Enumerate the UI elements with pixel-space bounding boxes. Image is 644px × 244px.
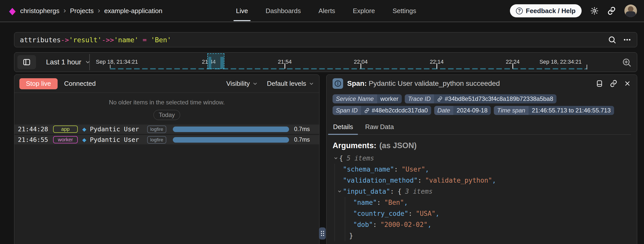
breadcrumb-org[interactable]: christophergs (20, 7, 59, 15)
main-nav-tabs: Live Dashboards Alerts Explore Settings (236, 0, 416, 22)
json-nested-block: "name":"Ben", "country_code":"USA", "dob… (345, 197, 631, 241)
arguments-suffix: (as JSON) (379, 141, 417, 150)
user-avatar[interactable] (624, 5, 637, 17)
timeline-track[interactable]: Sep 18, 21:34:21 Sep 18, 22:34:21 21:44 … (95, 53, 617, 72)
time-range-selector[interactable]: Last 1 hour (46, 53, 91, 72)
close-icon[interactable] (624, 80, 631, 87)
timeline-zoom-in-icon[interactable] (621, 57, 632, 68)
chevron-down-icon (85, 59, 91, 65)
collapse-chevron-icon[interactable] (336, 189, 343, 194)
query-value: 'Ben' (151, 36, 171, 44)
visibility-dropdown[interactable]: Visibility (226, 80, 258, 88)
span-duration-bar (173, 137, 289, 143)
live-view-header: Stop live Connected Visibility Default l… (14, 75, 319, 93)
json-object-line: "input_data":{ 3 items (343, 186, 631, 197)
breadcrumb-project-name[interactable]: example-application (104, 7, 162, 15)
tab-details[interactable]: Details (333, 120, 353, 134)
json-value: "USA" (416, 208, 435, 219)
json-close-line: } (353, 230, 631, 241)
top-navbar: ◆ christophergs › Projects › example-app… (0, 0, 644, 22)
logfire-logo-icon[interactable]: ◆ (9, 6, 16, 16)
log-rows: 21:44:28 app ◆ Pydantic User logfire 0.7… (14, 125, 319, 144)
timeline-divider (89, 54, 90, 70)
span-detail-panel: Span: Pydantic User validate_python succ… (326, 74, 637, 244)
badge-value: worker (377, 94, 402, 103)
nav-right: ? Feedback / Help (510, 0, 637, 22)
feedback-help-label: Feedback / Help (526, 7, 576, 15)
json-value: "2000-02-02" (380, 219, 428, 230)
timeline-bar: Last 1 hour Sep 18, 21:34:21 Sep 18, 22:… (14, 52, 637, 72)
tab-live[interactable]: Live (236, 0, 248, 22)
span-label: Span: (347, 79, 367, 87)
feedback-help-button[interactable]: ? Feedback / Help (510, 4, 582, 17)
share-link-icon[interactable] (607, 7, 616, 15)
badge-label: Trace ID (405, 94, 434, 103)
badge-label: Service Name (333, 94, 377, 103)
nav-left: ◆ christophergs › Projects › example-app… (9, 0, 162, 22)
service-name-badge: Service Name worker (333, 94, 402, 103)
link-icon (364, 108, 370, 113)
breadcrumb-separator: › (98, 6, 100, 15)
query-equals: = (138, 36, 151, 44)
connection-status: Connected (64, 80, 96, 88)
json-colon: : (390, 186, 394, 197)
log-row[interactable]: 21:44:28 app ◆ Pydantic User logfire 0.7… (14, 125, 319, 134)
sidebar-toggle-button[interactable] (17, 55, 36, 69)
trace-id-badge[interactable]: Trace ID #34bd8e51d73c3f4c8a189b72338a5b… (405, 94, 556, 103)
timeline-start-label: Sep 18, 21:34:21 (96, 59, 138, 65)
span-duration-bar (173, 127, 289, 132)
arguments-label: Arguments: (333, 141, 376, 150)
span-metadata-badges: Service Name worker Trace ID #34bd8e51d7… (333, 94, 631, 115)
tab-settings[interactable]: Settings (393, 0, 416, 22)
stop-live-button[interactable]: Stop live (19, 78, 58, 89)
empty-state: No older items in the selected time wind… (14, 93, 319, 120)
today-button[interactable]: Today (153, 110, 180, 120)
timeline-histogram-bar (220, 57, 224, 68)
log-row[interactable]: 21:46:55 worker ◆ Pydantic User logfire … (14, 135, 319, 144)
default-levels-dropdown[interactable]: Default levels (267, 80, 314, 88)
tab-alerts[interactable]: Alerts (318, 0, 335, 22)
timeline-tick (360, 64, 361, 69)
breadcrumb-projects[interactable]: Projects (70, 7, 94, 15)
json-key: "name" (353, 197, 377, 208)
json-key: "input_data" (343, 186, 390, 197)
json-key: "validation_method" (343, 175, 418, 186)
json-comma: , (428, 219, 432, 230)
badge-value: 21:46:55.713 to 21:46:55.713 (529, 106, 614, 115)
tab-explore[interactable]: Explore (353, 0, 375, 22)
span-id-value: #48eb2cdcdc317da0 (372, 107, 428, 114)
json-key: "country_code" (353, 208, 408, 219)
more-options-icon[interactable] (623, 35, 631, 44)
query-input[interactable]: attributes->'result'->>'name' = 'Ben' (14, 32, 637, 47)
span-diamond-icon: ◆ (82, 126, 86, 132)
span-duration-label: 0.7ms (294, 136, 310, 143)
json-property: "name":"Ben", (353, 197, 631, 208)
service-tag-badge: app (53, 126, 78, 133)
json-open-brace: { (339, 153, 343, 164)
span-duration-label: 0.7ms (294, 126, 310, 133)
json-comma: , (492, 175, 496, 186)
query-key: 'result' (69, 36, 102, 44)
query-field: attributes (20, 36, 61, 44)
json-colon: : (394, 164, 398, 175)
link-icon (437, 96, 442, 102)
span-id-badge[interactable]: Span ID #48eb2cdcdc317da0 (333, 106, 431, 115)
json-colon: : (418, 175, 422, 186)
query-expression: attributes->'result'->>'name' = 'Ben' (20, 36, 171, 44)
time-range-label: Last 1 hour (46, 58, 81, 66)
copy-link-icon[interactable] (610, 80, 617, 87)
timeline-end-label: Sep 18, 22:34:21 (539, 59, 582, 65)
panel-resize-handle[interactable] (319, 227, 326, 239)
search-icon[interactable] (608, 35, 616, 44)
dock-panel-icon[interactable] (596, 80, 603, 87)
timeline-selection-window[interactable] (207, 53, 224, 69)
timeline-tick (512, 64, 513, 69)
collapse-chevron-icon[interactable] (333, 156, 339, 160)
json-property: "dob":"2000-02-02", (353, 219, 631, 230)
no-older-items-text: No older items in the selected time wind… (109, 99, 225, 106)
help-circle-icon: ? (516, 8, 523, 14)
chevron-down-icon (252, 81, 258, 87)
tab-dashboards[interactable]: Dashboards (266, 0, 301, 22)
theme-toggle-icon[interactable] (590, 7, 599, 15)
tab-raw-data[interactable]: Raw Data (365, 120, 394, 134)
